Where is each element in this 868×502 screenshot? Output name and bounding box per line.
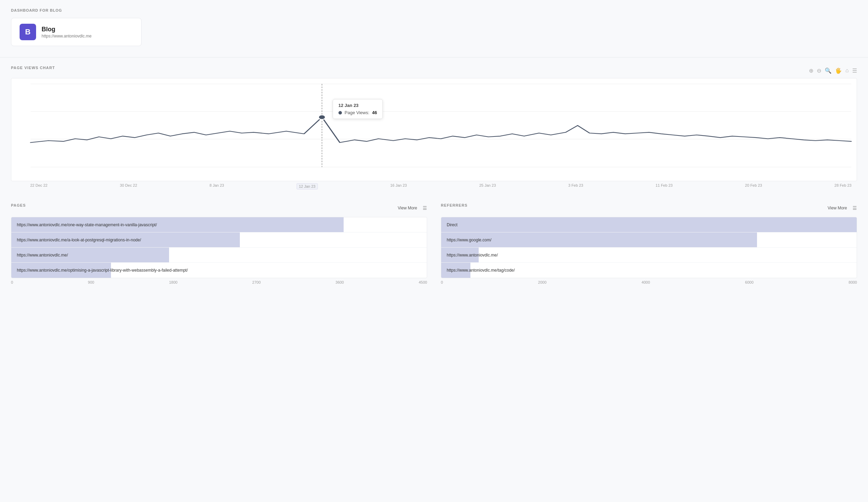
bar-item-text: https://www.antoniovdlc.me/tag/code/ bbox=[447, 268, 515, 273]
section-divider bbox=[0, 57, 868, 58]
bar-fill bbox=[441, 217, 857, 232]
pages-x-axis: 0 900 1800 2700 3600 4500 bbox=[11, 278, 427, 284]
site-info: Blog https://www.antoniovdlc.me bbox=[42, 26, 91, 39]
referrers-x-axis: 0 2000 4000 6000 8000 bbox=[441, 278, 857, 284]
bar-item-text: https://www.antoniovdlc.me/optimising-a-… bbox=[17, 268, 188, 273]
referrers-title: REFERRERS bbox=[441, 203, 468, 207]
dashboard-title: DASHBOARD FOR BLOG bbox=[11, 8, 857, 12]
pages-bar-list: https://www.antoniovdlc.me/one-way-state… bbox=[11, 217, 427, 278]
page-container: DASHBOARD FOR BLOG B Blog https://www.an… bbox=[0, 0, 868, 293]
referrers-section: REFERRERS View More ☰ Direct https://www… bbox=[441, 203, 857, 284]
pages-view-more[interactable]: View More bbox=[398, 206, 417, 211]
bar-item-text: https://www.antoniovdlc.me/one-way-state… bbox=[17, 223, 157, 227]
zoom-in-icon[interactable]: ⊕ bbox=[809, 68, 813, 74]
site-icon: B bbox=[20, 24, 36, 40]
menu-icon[interactable]: ☰ bbox=[852, 68, 857, 74]
list-item: https://www.antoniovdlc.me/a-look-at-pos… bbox=[11, 233, 427, 248]
chart-container: 12 Jan 23 Page Views: 46 bbox=[11, 78, 857, 181]
pan-icon[interactable]: 🖐 bbox=[835, 68, 842, 74]
list-item: https://www.antoniovdlc.me/ bbox=[11, 248, 427, 263]
bar-item-text: https://www.antoniovdlc.me/ bbox=[17, 253, 68, 257]
pages-title: PAGES bbox=[11, 203, 26, 207]
bar-item-text: https://www.google.com/ bbox=[447, 238, 492, 243]
site-url: https://www.antoniovdlc.me bbox=[42, 34, 91, 39]
site-card: B Blog https://www.antoniovdlc.me bbox=[11, 18, 142, 46]
chart-toolbar: ⊕ ⊖ 🔍 🖐 ⌂ ☰ bbox=[809, 68, 857, 74]
bar-item-text: https://www.antoniovdlc.me/ bbox=[447, 253, 498, 257]
pages-controls: View More ☰ bbox=[398, 205, 427, 211]
svg-point-5 bbox=[319, 115, 326, 119]
referrers-bar-list: Direct https://www.google.com/ https://w… bbox=[441, 217, 857, 278]
referrers-header: REFERRERS View More ☰ bbox=[441, 203, 857, 213]
pages-header: PAGES View More ☰ bbox=[11, 203, 427, 213]
site-name: Blog bbox=[42, 26, 91, 33]
referrers-menu-icon[interactable]: ☰ bbox=[852, 205, 857, 211]
zoom-out-icon[interactable]: ⊖ bbox=[817, 68, 821, 74]
home-icon[interactable]: ⌂ bbox=[845, 68, 849, 74]
pages-section: PAGES View More ☰ https://www.antoniovdl… bbox=[11, 203, 427, 284]
pages-menu-icon[interactable]: ☰ bbox=[423, 205, 427, 211]
list-item: https://www.antoniovdlc.me/ bbox=[441, 248, 857, 263]
list-item: https://www.antoniovdlc.me/tag/code/ bbox=[441, 263, 857, 278]
list-item: https://www.antoniovdlc.me/one-way-state… bbox=[11, 217, 427, 233]
chart-section: PAGE VIEWS CHART ⊕ ⊖ 🔍 🖐 ⌂ ☰ 180 120 60 … bbox=[11, 66, 857, 189]
referrers-view-more[interactable]: View More bbox=[828, 206, 847, 211]
list-item: https://www.antoniovdlc.me/optimising-a-… bbox=[11, 263, 427, 278]
list-item: https://www.google.com/ bbox=[441, 233, 857, 248]
chart-svg bbox=[31, 84, 851, 167]
referrers-controls: View More ☰ bbox=[828, 205, 857, 211]
bar-item-text: Direct bbox=[447, 223, 457, 227]
x-axis-labels: 22 Dec 22 30 Dec 22 8 Jan 23 12 Jan 23 1… bbox=[11, 181, 857, 189]
search-icon[interactable]: 🔍 bbox=[825, 68, 831, 74]
chart-wrapper: 180 120 60 0 bbox=[11, 78, 857, 189]
bar-item-text: https://www.antoniovdlc.me/a-look-at-pos… bbox=[17, 238, 141, 243]
list-item: Direct bbox=[441, 217, 857, 233]
chart-title: PAGE VIEWS CHART bbox=[11, 66, 55, 70]
chart-header: PAGE VIEWS CHART ⊕ ⊖ 🔍 🖐 ⌂ ☰ bbox=[11, 66, 857, 75]
bottom-section: PAGES View More ☰ https://www.antoniovdl… bbox=[11, 203, 857, 284]
